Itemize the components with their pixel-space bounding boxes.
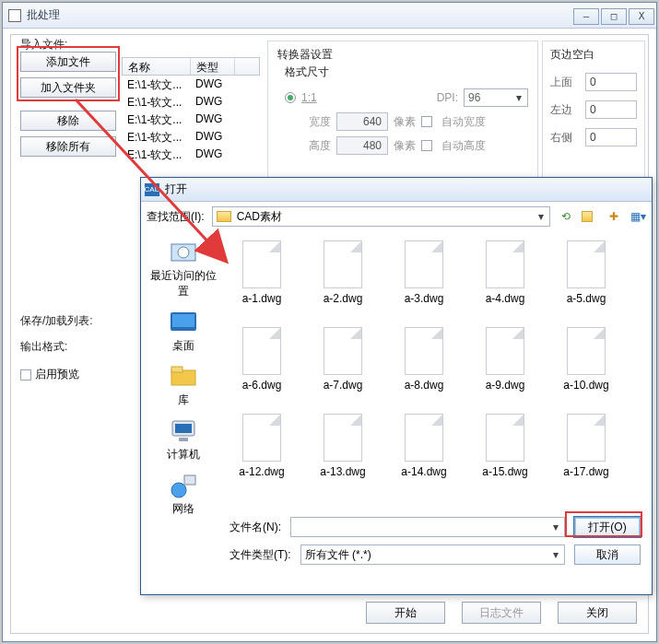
maximize-button[interactable]: □ [601,8,627,25]
file-icon [242,414,281,462]
px-label-1: 像素 [394,114,416,130]
auto-height-label: 自动高度 [441,138,486,154]
window-title: 批处理 [27,7,573,23]
computer-icon [168,417,199,445]
margin-top-label: 上面 [550,75,572,90]
table-row[interactable]: E:\1-软文...DWG [122,128,260,146]
enable-preview-row[interactable]: 启用预览 [20,367,79,382]
output-format-label: 输出格式: [20,339,67,355]
app-icon [8,9,21,22]
table-header: 名称 类型 [122,57,260,76]
back-icon[interactable]: ⟲ [558,208,574,225]
margin-left-input[interactable]: 0 [585,100,637,119]
height-value[interactable]: 480 [336,136,388,155]
margin-top-input[interactable]: 0 [585,73,637,91]
add-file-button[interactable]: 添加文件 [20,52,116,72]
file-list[interactable]: a-1.dwg a-2.dwg a-3.dwg a-4.dwg a-5.dwg … [226,235,646,502]
desktop-icon [168,309,199,336]
log-file-button[interactable]: 日志文件 [462,602,541,624]
file-item[interactable]: a-3.dwg [392,240,456,305]
converter-settings: 转换器设置 格式尺寸 1:1 DPI: 96▾ 宽度 640 像素 自动宽度 高… [267,41,538,199]
file-icon [567,240,606,288]
save-load-list-label: 保存/加载列表: [20,313,93,329]
file-item[interactable]: a-12.dwg [229,414,294,478]
px-label-2: 像素 [394,138,416,154]
file-item[interactable]: a-8.dwg [392,327,456,392]
file-icon [405,327,443,375]
file-item[interactable]: a-6.dwg [229,327,294,392]
file-item[interactable]: a-13.dwg [311,414,375,478]
converter-title: 转换器设置 [277,47,528,63]
up-folder-icon[interactable] [582,208,598,225]
file-icon [324,240,362,288]
height-label: 高度 [309,138,331,154]
auto-height-checkbox[interactable] [421,140,432,151]
dpi-combo[interactable]: 96▾ [464,88,528,107]
ratio-1-1-radio[interactable] [285,92,296,103]
places-bar: 最近访问的位置 桌面 库 计算机 [147,233,220,589]
titlebar[interactable]: 批处理 — □ X [3,3,656,29]
place-desktop[interactable]: 桌面 [147,309,220,354]
remove-all-button[interactable]: 移除所有 [20,136,116,157]
width-value[interactable]: 640 [336,112,388,131]
view-menu-icon[interactable]: ▦▾ [630,208,646,225]
place-library[interactable]: 库 [147,363,220,408]
close-main-button[interactable]: 关闭 [558,602,637,624]
file-type-label: 文件类型(T): [229,547,291,563]
enable-preview-label: 启用预览 [35,367,79,382]
col-name[interactable]: 名称 [123,58,191,75]
margins-title: 页边空白 [550,47,637,63]
margin-left-label: 左边 [550,102,572,118]
remove-button[interactable]: 移除 [20,111,116,131]
enable-preview-checkbox[interactable] [20,369,31,381]
table-row[interactable]: E:\1-软文...DWG [122,76,260,93]
file-item[interactable]: a-5.dwg [554,240,618,305]
file-item[interactable]: a-10.dwg [554,327,618,392]
file-icon [242,327,281,375]
look-in-label: 查找范围(I): [147,209,205,225]
folder-icon [217,211,231,222]
svg-rect-5 [171,367,182,372]
col-type[interactable]: 类型 [191,58,235,75]
file-icon [486,240,524,288]
place-network[interactable]: 网络 [147,472,220,517]
new-folder-icon[interactable]: ✚ [606,208,622,225]
file-item[interactable]: a-17.dwg [554,414,618,478]
table-row[interactable]: E:\1-软文...DWG [122,146,260,163]
file-icon [324,327,362,375]
cancel-button[interactable]: 取消 [574,544,641,565]
start-button[interactable]: 开始 [366,602,445,624]
file-table: 名称 类型 E:\1-软文...DWG E:\1-软文...DWG E:\1-软… [122,57,260,163]
look-in-value: CAD素材 [237,209,282,225]
look-in-combo[interactable]: CAD素材 ▾ [212,206,550,227]
file-type-combo[interactable]: 所有文件 (*.*)▾ [300,544,565,565]
library-icon [168,363,199,391]
width-label: 宽度 [309,114,331,130]
close-button[interactable]: X [629,8,654,25]
file-item[interactable]: a-7.dwg [311,327,375,392]
open-dialog-title: 打开 [165,181,187,197]
file-item[interactable]: a-15.dwg [473,414,537,478]
chevron-down-icon: ▾ [533,210,549,223]
auto-width-checkbox[interactable] [421,116,432,127]
minimize-button[interactable]: — [573,8,599,25]
file-icon [405,414,443,462]
add-folder-button[interactable]: 加入文件夹 [20,77,116,98]
file-item[interactable]: a-9.dwg [473,327,537,392]
file-item[interactable]: a-2.dwg [311,240,375,305]
open-dialog-titlebar[interactable]: CAD 打开 [141,178,652,202]
batch-window: 批处理 — □ X 导入文件: 添加文件 加入文件夹 移除 移除所有 保存/加载… [2,2,657,642]
table-row[interactable]: E:\1-软文...DWG [122,111,260,128]
bottom-buttons: 开始 日志文件 关闭 [366,602,637,624]
file-item[interactable]: a-14.dwg [392,414,456,478]
margin-right-input[interactable]: 0 [585,128,637,146]
place-recent[interactable]: 最近访问的位置 [147,239,220,299]
file-icon [405,240,443,288]
table-row[interactable]: E:\1-软文...DWG [122,93,260,111]
file-name-combo[interactable]: ▾ [290,517,565,537]
file-icon [567,414,606,462]
file-icon [242,240,281,288]
file-item[interactable]: a-4.dwg [473,240,537,305]
file-item[interactable]: a-1.dwg [229,240,294,305]
place-computer[interactable]: 计算机 [147,417,220,463]
